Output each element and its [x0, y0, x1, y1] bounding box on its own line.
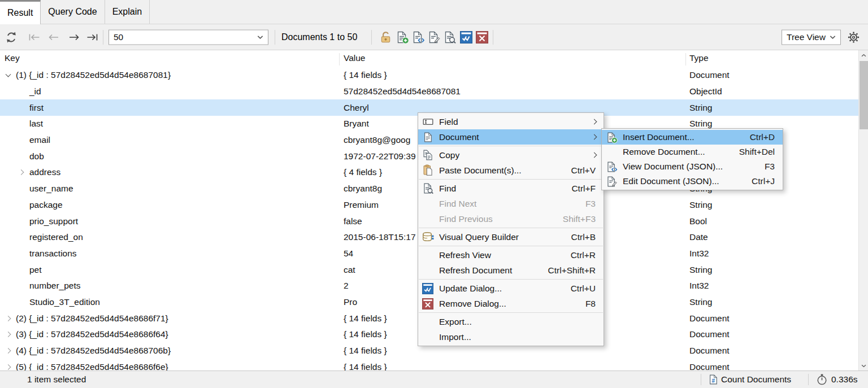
- stopwatch-icon: [816, 374, 828, 386]
- submenu-item-insert-document[interactable]: Insert Document... Ctrl+D: [602, 130, 783, 145]
- tab-query-code-label: Query Code: [48, 7, 97, 17]
- lock-icon[interactable]: [379, 30, 392, 43]
- menu-item-find[interactable]: Find Ctrl+F: [418, 181, 604, 196]
- chevron-down-icon: [257, 35, 263, 39]
- menu-separator: [419, 179, 603, 180]
- count-documents-button[interactable]: Count Documents: [721, 374, 791, 385]
- document-icon: [420, 132, 435, 143]
- expander-right-icon[interactable]: [6, 364, 11, 370]
- remove-dialog-icon: [420, 298, 435, 309]
- context-menu: Field Document Copy Paste Document(s)...…: [418, 112, 604, 346]
- statusbar-separator: [701, 374, 701, 385]
- edit-json-icon: [604, 176, 619, 188]
- menu-separator: [419, 279, 603, 280]
- update-dialog-button[interactable]: [460, 31, 472, 43]
- toolbar-separator: [103, 30, 103, 45]
- vertical-scrollbar[interactable]: [858, 50, 868, 370]
- count-documents-icon: [708, 374, 719, 385]
- expander-right-icon[interactable]: [6, 316, 11, 321]
- page-size-value: 50: [114, 32, 257, 42]
- view-document-json-button[interactable]: [411, 30, 425, 44]
- toolbar-separator: [371, 30, 372, 45]
- find-document-icon: [420, 182, 435, 194]
- database-icon: [420, 231, 435, 243]
- column-separator[interactable]: [685, 53, 686, 66]
- next-page-button[interactable]: [67, 33, 81, 42]
- tab-explain-label: Explain: [112, 7, 142, 17]
- result-tab-bar: Result Query Code Explain: [0, 0, 868, 24]
- menu-item-update-dialog[interactable]: Update Dialog... Ctrl+U: [418, 281, 604, 296]
- menu-item-refresh-document[interactable]: Refresh Document Ctrl+Shift+R: [418, 263, 604, 278]
- menu-item-import[interactable]: Import...: [418, 329, 604, 345]
- selection-status-label: 1 item selected: [27, 374, 86, 385]
- column-header-type[interactable]: Type: [689, 53, 709, 63]
- status-bar: 1 item selected Count Documents 0.336s: [0, 370, 868, 388]
- documents-range-label: Documents 1 to 50: [281, 32, 357, 42]
- insert-document-icon: [604, 132, 619, 143]
- menu-separator: [419, 312, 603, 313]
- menu-separator: [419, 246, 603, 246]
- expander-right-icon[interactable]: [19, 170, 24, 176]
- view-mode-select[interactable]: Tree View: [782, 29, 841, 45]
- column-header-value[interactable]: Value: [344, 53, 366, 63]
- insert-document-button[interactable]: [396, 30, 409, 44]
- menu-separator: [419, 146, 603, 146]
- menu-item-remove-dialog[interactable]: Remove Dialog... F8: [418, 296, 604, 311]
- update-dialog-icon: [420, 283, 435, 294]
- find-document-button[interactable]: [443, 30, 457, 44]
- submenu-arrow-icon: [592, 152, 597, 158]
- menu-item-visual-query-builder[interactable]: Visual Query Builder Ctrl+B: [418, 229, 604, 245]
- chevron-down-icon: [830, 35, 836, 39]
- result-toolbar: 50 Documents 1 to 50 Tree View: [0, 24, 868, 50]
- last-page-button[interactable]: [85, 33, 99, 42]
- page-size-select[interactable]: 50: [108, 29, 268, 45]
- grid-header: Key Value Type: [0, 50, 858, 67]
- submenu-arrow-icon: [592, 134, 597, 140]
- previous-page-button[interactable]: [46, 33, 61, 42]
- field-icon: [420, 116, 435, 128]
- submenu-arrow-icon: [592, 119, 597, 125]
- menu-item-document[interactable]: Document: [418, 129, 604, 145]
- submenu-item-remove-document[interactable]: Remove Document... Shift+Del: [602, 145, 783, 159]
- document-submenu: Insert Document... Ctrl+D Remove Documen…: [601, 128, 783, 190]
- tab-result[interactable]: Result: [0, 0, 41, 24]
- refresh-button[interactable]: [5, 30, 18, 44]
- menu-item-field[interactable]: Field: [418, 114, 604, 129]
- scrollbar-thumb[interactable]: [860, 61, 868, 129]
- menu-separator: [419, 228, 603, 228]
- statusbar-separator: [808, 374, 809, 385]
- scroll-down-arrow[interactable]: [859, 361, 868, 370]
- expander-down-icon[interactable]: [6, 72, 11, 77]
- column-header-key[interactable]: Key: [5, 53, 20, 63]
- expander-right-icon[interactable]: [6, 332, 11, 337]
- view-json-icon: [604, 161, 619, 173]
- tab-explain[interactable]: Explain: [105, 0, 150, 24]
- query-time-label: 0.336s: [831, 374, 858, 385]
- copy-icon: [420, 149, 435, 161]
- submenu-item-view-document-json[interactable]: View Document (JSON)... F3: [602, 159, 783, 174]
- remove-dialog-button[interactable]: [476, 31, 488, 43]
- settings-gear-button[interactable]: [847, 30, 861, 44]
- menu-item-find-previous[interactable]: Find Previous Shift+F3: [418, 211, 604, 226]
- table-row[interactable]: _id57d28452ed5d4d54e8687081ObjectId: [0, 84, 858, 100]
- tab-query-code[interactable]: Query Code: [41, 0, 105, 24]
- toolbar-separator: [493, 30, 493, 45]
- expander-right-icon[interactable]: [6, 348, 11, 354]
- menu-item-find-next[interactable]: Find Next F3: [418, 196, 604, 211]
- table-row[interactable]: (1) {_id : 57d28452ed5d4d54e8687081}{ 14…: [0, 67, 858, 84]
- tab-result-label: Result: [7, 8, 33, 18]
- first-page-button[interactable]: [27, 33, 42, 42]
- scroll-up-arrow[interactable]: [859, 50, 868, 60]
- menu-item-refresh-view[interactable]: Refresh View Ctrl+R: [418, 247, 604, 263]
- submenu-item-edit-document-json[interactable]: Edit Document (JSON)... Ctrl+J: [602, 174, 783, 189]
- menu-item-export[interactable]: Export...: [418, 314, 604, 329]
- edit-document-json-button[interactable]: [427, 30, 441, 44]
- table-row[interactable]: (5) {_id : 57d28452ed5d4d54e8686f6e}{ 14…: [0, 359, 858, 370]
- view-mode-value: Tree View: [787, 32, 830, 42]
- toolbar-separator: [275, 30, 275, 45]
- menu-item-paste-documents[interactable]: Paste Document(s)... Ctrl+V: [418, 163, 604, 178]
- menu-item-copy[interactable]: Copy: [418, 147, 604, 163]
- column-separator[interactable]: [339, 53, 340, 66]
- paste-icon: [420, 164, 435, 176]
